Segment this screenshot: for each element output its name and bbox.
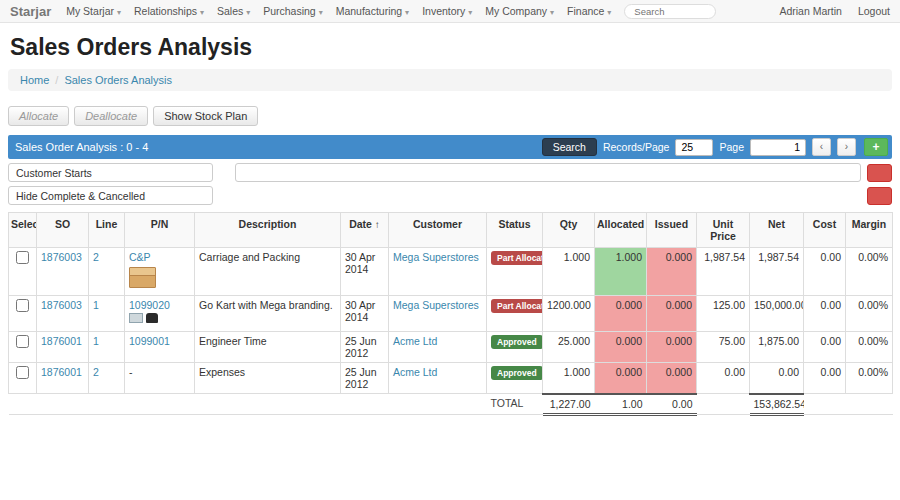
user-name-link[interactable]: Adrian Martin — [779, 5, 841, 17]
customer-link[interactable]: Mega Superstores — [393, 299, 479, 311]
action-toolbar: Allocate Deallocate Show Stock Plan — [8, 106, 892, 126]
sales-orders-table: Select SO Line P/N Description Date ↑ Cu… — [8, 212, 893, 416]
product-thumbnail-icon — [146, 313, 158, 323]
col-header-net[interactable]: Net — [750, 213, 804, 248]
col-header-customer[interactable]: Customer — [389, 213, 487, 248]
unit-price-cell: 0.00 — [697, 363, 750, 394]
row-select-checkbox[interactable] — [16, 299, 29, 312]
customer-link[interactable]: Acme Ltd — [393, 366, 437, 378]
row-select-checkbox[interactable] — [16, 251, 29, 264]
col-header-issued[interactable]: Issued — [647, 213, 697, 248]
so-link[interactable]: 1876003 — [41, 299, 82, 311]
remove-filter-button[interactable] — [867, 187, 892, 205]
page-number-input[interactable] — [750, 139, 806, 156]
col-header-so[interactable]: SO — [37, 213, 89, 248]
unit-price-cell: 125.00 — [697, 296, 750, 332]
breadcrumb-home-link[interactable]: Home — [20, 74, 49, 86]
row-select-checkbox[interactable] — [16, 366, 29, 379]
brand-logo[interactable]: Starjar — [10, 4, 51, 19]
col-header-margin[interactable]: Margin — [846, 213, 893, 248]
status-badge: Part Allocated — [491, 251, 543, 265]
line-link[interactable]: 1 — [93, 335, 99, 347]
remove-filter-button[interactable] — [867, 164, 892, 182]
date-cell: 25 Jun 2012 — [341, 363, 389, 394]
prev-page-button[interactable]: ‹ — [812, 138, 831, 156]
so-link[interactable]: 1876003 — [41, 251, 82, 263]
col-header-select[interactable]: Select — [9, 213, 37, 248]
line-link[interactable]: 2 — [93, 251, 99, 263]
chevron-down-icon: ▾ — [405, 8, 409, 17]
nav-menu-relationships[interactable]: Relationships ▾ — [134, 5, 204, 17]
table-header-row: Select SO Line P/N Description Date ↑ Cu… — [9, 213, 893, 248]
cost-cell: 0.00 — [804, 296, 846, 332]
line-link[interactable]: 1 — [93, 299, 99, 311]
line-link[interactable]: 2 — [93, 366, 99, 378]
customer-starts-input[interactable] — [235, 163, 861, 182]
pn-link[interactable]: C&P — [129, 251, 151, 263]
add-record-button[interactable]: + — [864, 138, 888, 156]
hide-complete-filter[interactable]: Hide Complete & Cancelled — [8, 186, 213, 205]
next-page-button[interactable]: › — [837, 138, 856, 156]
col-header-status[interactable]: Status — [487, 213, 543, 248]
nav-menu-inventory[interactable]: Inventory ▾ — [422, 5, 472, 17]
col-header-date[interactable]: Date ↑ — [341, 213, 389, 248]
so-link[interactable]: 1876001 — [41, 335, 82, 347]
col-header-line[interactable]: Line — [89, 213, 125, 248]
row-select-checkbox[interactable] — [16, 335, 29, 348]
customer-link[interactable]: Mega Superstores — [393, 251, 479, 263]
nav-menu-my-starjar[interactable]: My Starjar ▾ — [66, 5, 121, 17]
total-issued: 0.00 — [647, 394, 697, 415]
chevron-down-icon: ▾ — [468, 8, 472, 17]
status-badge: Approved — [491, 366, 543, 380]
pn-link[interactable]: 1099001 — [129, 335, 170, 347]
nav-menu-manufacturing[interactable]: Manufacturing ▾ — [336, 5, 409, 17]
global-search-input[interactable] — [624, 4, 716, 19]
customer-link[interactable]: Acme Ltd — [393, 335, 437, 347]
description-cell: Carriage and Packing — [195, 248, 341, 296]
pn-link[interactable]: 1099020 — [129, 299, 170, 311]
col-header-qty[interactable]: Qty — [543, 213, 595, 248]
cost-cell: 0.00 — [804, 332, 846, 363]
search-button[interactable]: Search — [542, 138, 597, 156]
nav-menu-finance[interactable]: Finance ▾ — [567, 5, 611, 17]
show-stock-plan-button[interactable]: Show Stock Plan — [153, 106, 258, 126]
description-cell: Go Kart with Mega branding. — [195, 296, 341, 332]
total-unit-price-blank — [697, 394, 750, 415]
col-header-cost[interactable]: Cost — [804, 213, 846, 248]
panel-title: Sales Order Analysis : 0 - 4 — [12, 141, 536, 153]
table-row: 1876001 2 - Expenses 25 Jun 2012 Acme Lt… — [9, 363, 893, 394]
nav-menu-sales[interactable]: Sales ▾ — [217, 5, 250, 17]
deallocate-button[interactable]: Deallocate — [74, 106, 148, 126]
total-cost-blank — [804, 394, 846, 415]
col-header-allocated[interactable]: Allocated — [595, 213, 647, 248]
col-header-unit-price[interactable]: Unit Price — [697, 213, 750, 248]
allocate-button[interactable]: Allocate — [8, 106, 69, 126]
col-header-description[interactable]: Description — [195, 213, 341, 248]
filter-row-hide-complete: Hide Complete & Cancelled — [8, 186, 892, 205]
total-label: TOTAL — [487, 394, 543, 415]
col-header-pn[interactable]: P/N — [125, 213, 195, 248]
allocated-cell: 1.000 — [595, 248, 647, 296]
margin-cell: 0.00% — [846, 332, 893, 363]
top-navbar: Starjar My Starjar ▾ Relationships ▾ Sal… — [0, 0, 900, 23]
margin-cell: 0.00% — [846, 363, 893, 394]
records-per-page-input[interactable] — [675, 139, 713, 156]
table-row: 1876003 2 C&P Carriage and Packing 30 Ap… — [9, 248, 893, 296]
table-row: 1876003 1 1099020 Go Kart with Mega bran… — [9, 296, 893, 332]
issued-cell: 0.000 — [647, 296, 697, 332]
chevron-down-icon: ▾ — [319, 8, 323, 17]
breadcrumb-separator: / — [55, 74, 58, 86]
page-label: Page — [719, 141, 744, 153]
allocated-cell: 0.000 — [595, 363, 647, 394]
nav-menu-my-company[interactable]: My Company ▾ — [485, 5, 554, 17]
issued-cell: 0.000 — [647, 363, 697, 394]
customer-starts-filter[interactable]: Customer Starts — [8, 163, 213, 182]
chevron-right-icon: › — [845, 141, 848, 152]
margin-cell: 0.00% — [846, 296, 893, 332]
package-box-icon — [129, 267, 156, 288]
nav-menu-purchasing[interactable]: Purchasing ▾ — [263, 5, 322, 17]
logout-link[interactable]: Logout — [858, 5, 890, 17]
page-title: Sales Orders Analysis — [10, 34, 890, 61]
qty-cell: 1.000 — [543, 363, 595, 394]
so-link[interactable]: 1876001 — [41, 366, 82, 378]
